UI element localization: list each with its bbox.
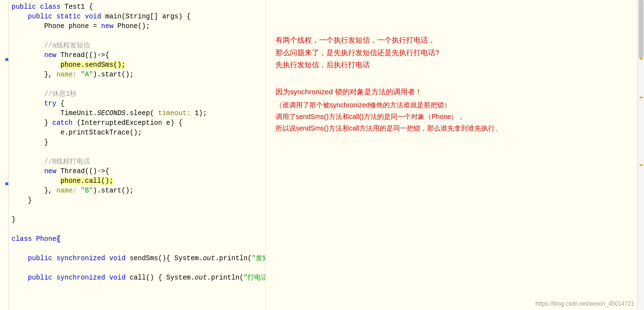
- main-container: public class Test1 { public static void …: [0, 0, 644, 310]
- phone-class-block: class Phone{ public synchronized void se…: [9, 234, 265, 282]
- code-line: //a线程发短信: [9, 41, 265, 50]
- code-line-sendsms: phone.sendSms();: [9, 60, 265, 70]
- comment-line-4: 因为synchronized 锁的对象是方法的调用者！: [276, 86, 628, 98]
- comment-line-2: 那么问题来了，是先执行发短信还是先执行打电话?: [276, 46, 628, 59]
- code-line-call: phone.call();: [9, 176, 265, 186]
- code-line: [9, 79, 265, 89]
- comment-line-1: 有两个线程，一个执行发短信，一个执行打电话，: [276, 34, 628, 46]
- code-line: }: [9, 215, 265, 224]
- code-line: public static void main(String[] args) {: [9, 12, 265, 21]
- left-gutter: [0, 0, 9, 310]
- scroll-mark-1: [640, 58, 643, 59]
- code-line: TimeUnit.SECONDS.sleep( timeout: 1);: [9, 108, 265, 118]
- code-line-sendsms-def: public synchronized void sendSms(){ Syst…: [9, 253, 265, 263]
- scroll-mark-2: [640, 97, 643, 98]
- comment-line-6: 调用了sendSms()方法和call()方法的是同一个对象（Phone），: [276, 111, 628, 123]
- code-line: class Phone{: [9, 234, 265, 244]
- scrollbar[interactable]: [637, 0, 644, 310]
- code-line: new Thread(()->{: [9, 166, 265, 176]
- code-line: Phone phone = new Phone();: [9, 21, 265, 31]
- comment-panel: 有两个线程，一个执行发短信，一个执行打电话， 那么问题来了，是先执行发短信还是先…: [265, 0, 637, 310]
- code-line: [9, 244, 265, 253]
- code-line: } catch (InterruptedException e) {: [9, 118, 265, 128]
- code-line: }: [9, 137, 265, 147]
- code-line: }, name: "B").start();: [9, 186, 265, 195]
- comment-line-3: 先执行发短信，后执行打电话: [276, 59, 628, 71]
- code-line: [9, 224, 265, 234]
- code-line: }: [9, 195, 265, 205]
- code-line: [9, 263, 265, 273]
- code-line: [9, 147, 265, 157]
- comment-line-5: （谁调用了那个被synchronized修饰的方法谁就是那把锁）: [276, 100, 628, 111]
- scrollbar-thumb[interactable]: [639, 0, 644, 58]
- code-line: e.printStackTrace();: [9, 128, 265, 137]
- code-line: [9, 205, 265, 215]
- code-line-call-def: public synchronized void call() { System…: [9, 273, 265, 282]
- code-line: }, name: "A").start();: [9, 70, 265, 79]
- comment-para-2: 因为synchronized 锁的对象是方法的调用者！ （谁调用了那个被sync…: [276, 86, 628, 134]
- code-line: [9, 31, 265, 41]
- comment-line-7: 所以说sendSms()方法和call方法用的是同一把锁，那么谁先拿到谁先执行、: [276, 123, 628, 134]
- gutter-mark-1: [5, 58, 8, 61]
- main-class-block: public class Test1 { public static void …: [9, 2, 265, 224]
- watermark: https://blog.csdn.net/weixin_45014721: [536, 300, 634, 307]
- comment-para-1: 有两个线程，一个执行发短信，一个执行打电话， 那么问题来了，是先执行发短信还是先…: [276, 34, 628, 71]
- scroll-mark-3: [640, 164, 643, 166]
- code-line: //B线程打电话: [9, 157, 265, 166]
- code-panel: public class Test1 { public static void …: [9, 0, 265, 310]
- code-line: try {: [9, 99, 265, 108]
- code-line: new Thread(()->{: [9, 50, 265, 60]
- code-line: public class Test1 {: [9, 2, 265, 12]
- gutter-mark-2: [5, 182, 8, 185]
- code-line: //休息1秒: [9, 89, 265, 99]
